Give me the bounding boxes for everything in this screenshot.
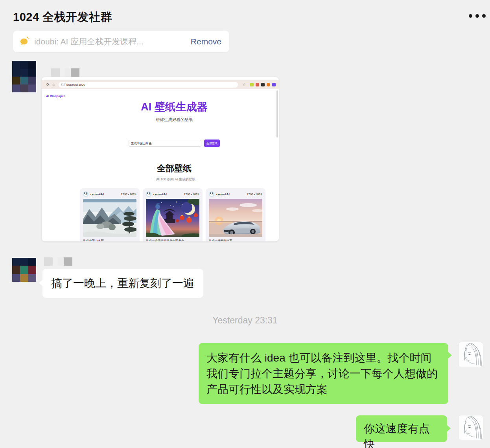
extension-icon [250, 83, 254, 86]
message-line: 产品可行性以及实现方案 [206, 382, 440, 397]
browser-scrollbar [276, 90, 278, 138]
site-info-icon: ⓘ [61, 83, 64, 87]
wechat-chat-window: 1024 全栈开发社群 idoubi: AI 应用全栈开发课程... Remov… [0, 0, 490, 448]
extension-icon [272, 83, 276, 86]
message-line: 大家有什么 idea 也可以备注到这里。找个时间 [206, 350, 440, 366]
bubble-tail [448, 352, 452, 359]
peer-avatar[interactable] [12, 61, 36, 92]
card-author: cross4AI [153, 193, 184, 196]
message-line: 我们专门拉个主题分享，讨论一下每个人想做的 [206, 366, 440, 382]
remove-pinned-button[interactable]: Remove [191, 37, 221, 46]
self-message-bubble[interactable]: 大家有什么 idea 也可以备注到这里。找个时间 我们专门拉个主题分享，讨论一下… [199, 343, 448, 404]
more-menu-icon[interactable] [469, 14, 486, 18]
self-avatar[interactable] [459, 342, 483, 367]
page-subtitle: 帮你生成好看的壁纸 [82, 117, 267, 123]
wallpaper-image-luxury-car [209, 199, 262, 237]
pencil-sketch-portrait [459, 415, 483, 440]
screenshot-message-image[interactable]: ⟳ ⌂ ⓘ localhost:3000 ☆ AI Wallpaper AI 壁… [41, 77, 279, 242]
home-icon: ⌂ [53, 83, 55, 86]
section-title: 全部壁纸 [82, 163, 267, 174]
redacted-sender-name [51, 68, 79, 77]
card-dimensions: 1792×1024 [247, 193, 262, 196]
card-author: cross4AI [90, 193, 121, 196]
card-caption: 生成一个漂亮的跳舞中国美女 [146, 239, 199, 242]
pinned-announcement-bar[interactable]: idoubi: AI 应用全栈开发课程... Remove [13, 31, 229, 52]
cross4ai-avatar-icon [209, 191, 214, 197]
card-author: cross4AI [216, 193, 247, 196]
peer-avatar[interactable] [12, 258, 36, 282]
pinned-announcement-text: idoubi: AI 应用全栈开发课程... [34, 36, 185, 47]
reload-icon: ⟳ [46, 83, 50, 86]
redacted-sender-name [44, 257, 72, 266]
peer-message-bubble[interactable]: 搞了一晚上，重新复刻了一遍 [42, 269, 203, 298]
chat-title: 1024 全栈开发社群 [13, 9, 112, 25]
self-avatar[interactable] [459, 415, 483, 440]
bubble-tail [39, 279, 43, 286]
pencil-sketch-portrait [459, 342, 483, 367]
message-text: 你这速度有点快 [364, 422, 430, 448]
card-dimensions: 1792×1024 [121, 193, 136, 196]
card-caption: 生成一辆豪华汽车 [209, 239, 262, 242]
announcement-bubble-icon [19, 37, 29, 47]
site-nav-brand: AI Wallpaper [46, 94, 65, 98]
wallpaper-card: cross4AI 1792×1024 [206, 188, 265, 242]
browser-toolbar: ⟳ ⌂ ⓘ localhost:3000 ☆ [42, 80, 279, 89]
extension-icon [261, 83, 265, 86]
cross4ai-avatar-icon [146, 191, 151, 197]
cross4ai-avatar-icon [83, 191, 88, 197]
bookmark-star-icon: ☆ [243, 83, 246, 86]
wallpaper-card-grid: cross4AI 1792×1024 [80, 188, 267, 242]
message-text: 搞了一晚上，重新复刻了一遍 [51, 277, 194, 289]
wallpaper-image-night-dancer [146, 199, 199, 237]
generate-button: 生成壁纸 [204, 140, 220, 147]
wallpaper-page: AI 壁纸生成器 帮你生成好看的壁纸 生成壁纸 全部壁纸 一共 100 条由 A… [82, 89, 267, 242]
wallpaper-card: cross4AI 1792×1024 [143, 188, 203, 242]
card-dimensions: 1792×1024 [184, 193, 199, 196]
bubble-tail [447, 425, 451, 432]
self-message-bubble[interactable]: 你这速度有点快 [356, 415, 447, 442]
prompt-input [129, 140, 201, 147]
address-bar: ⓘ localhost:3000 [59, 82, 238, 88]
page-title: AI 壁纸生成器 [82, 100, 267, 114]
wallpaper-image-ink-mountains [83, 199, 136, 237]
wallpaper-card: cross4AI 1792×1024 [80, 188, 140, 242]
extension-icon [256, 83, 259, 86]
section-subtitle: 一共 100 条由 AI 生成的壁纸 [82, 177, 267, 182]
url-text: localhost:3000 [66, 83, 85, 86]
extension-icon [267, 83, 270, 86]
timestamp: Yesterday 23:31 [0, 315, 490, 326]
card-caption: 生成中国山水画 [83, 239, 136, 242]
